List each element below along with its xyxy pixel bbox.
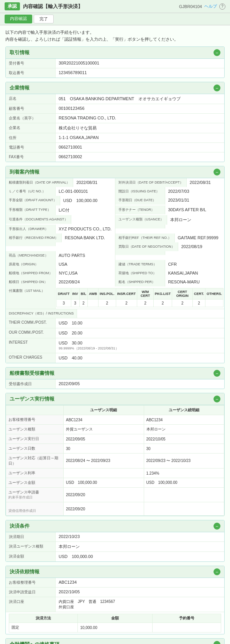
- arrival-left: [6, 242, 115, 246]
- arrival-value-right: CFR: [165, 260, 225, 269]
- arrival-discrepancy-value: [77, 309, 224, 318]
- section-transaction: 取引情報 － 受付番号 30R20221005100001 取込番号 12345…: [5, 46, 225, 78]
- arrival-right: 建値（TRADE TERMS） CFR: [115, 260, 225, 269]
- doc-cell: 2: [116, 300, 137, 307]
- arrival-label-left: 原産地（ORIGIN）: [6, 260, 56, 269]
- pd-date-value: 2022/10/05: [56, 588, 224, 597]
- section-transaction-toggle[interactable]: －: [214, 49, 220, 56]
- help-link[interactable]: ヘルプ: [204, 3, 217, 9]
- payment-detail-ref-row: お客様整理番号ABC1234: [6, 578, 224, 588]
- shipping-date-row: 受領書作成日 2022/09/05: [6, 379, 224, 389]
- company-field-label: FAX番号: [6, 152, 56, 162]
- arrival-label-left: 手形金額（DRAFT AMOUNT）: [6, 196, 60, 205]
- arrival-label-right: ユーザンス種類（USANCE）: [115, 215, 168, 225]
- section-shipping: 船積書類受領書情報 － 受領書作成日 2022/09/05: [5, 367, 225, 389]
- arrival-doc-label: 付属書類（1ST MAIL）: [6, 286, 56, 309]
- section-settlement-title: 決済条件: [10, 523, 30, 530]
- arrival-row: Ｌ／Ｃ番号（L/C NO.） LC-001-000101 開設日（ISSUING…: [6, 187, 224, 196]
- section-bank-contact-title: 金融機関への連絡事項: [10, 641, 59, 644]
- arrival-value-right: 2023/01/31: [165, 196, 225, 205]
- usance-col-header-2: ユーザンス続明細: [144, 406, 224, 415]
- section-shipping-toggle[interactable]: －: [214, 370, 220, 377]
- arrival-right: 手形テナー（TENOR） 30DAYS AFTER B/L: [115, 205, 225, 214]
- arrival-left: 船積地（SHIPPED FROM） NYC,USA: [6, 269, 115, 278]
- usance-val1: ABC1234: [64, 415, 144, 425]
- arrival-value-right: 2022/08/31: [187, 178, 224, 187]
- arrival-right: 相手銀行REF（THEIR REF NO.） GAITAME REF.99999: [115, 233, 225, 242]
- doc-header: INSR.CERT: [116, 288, 137, 300]
- arrival-label-right: 相手銀行REF（THEIR REF NO.）: [115, 233, 175, 242]
- arrival-label-left: 船積地（SHIPPED FROM）: [6, 269, 56, 278]
- arrival-row: 荷品（MERCHANDISE） AUTO PARTS: [6, 251, 224, 260]
- section-bank-contact-toggle[interactable]: －: [214, 641, 220, 644]
- doc-header: OTHERS.: [205, 288, 223, 300]
- usance-row: ユーザンス種類 外貨ユーザンス 本邦ローン: [6, 425, 224, 434]
- payment-detail-date-row: 決済申請受益日2022/10/05: [6, 588, 224, 597]
- arrival-doc-row: 付属書類（1ST MAIL） DRAFTINVB/LAWBINS.POL.INS…: [6, 286, 224, 309]
- arrival-left: 手形種類（DRAFT TYPE） L/C付: [6, 205, 115, 215]
- arrival-left: 原産地（ORIGIN） USA: [6, 260, 115, 269]
- settlement-field-row: 決済金額USD 100,000.00: [6, 552, 224, 561]
- arrival-label-left: 相手銀行（RECEIVED FROM）: [6, 233, 62, 242]
- doc-header: W/M CERT: [137, 288, 154, 300]
- section-company-toggle[interactable]: －: [214, 84, 220, 91]
- arrival-value-left: XYZ PRODUCTS CO., LTD.: [56, 225, 115, 233]
- arrival-value-right: RESONA-MARU: [165, 278, 225, 286]
- charge-value: USD 30.0099.9999%（2022/08/19 - 2022/08/3…: [56, 338, 224, 353]
- arrival-row: 手形金額（DRAFT AMOUNT） USD 100,000.00 手形期日（D…: [6, 196, 224, 205]
- arrival-label-left: 手形振出人（DRAWER）: [6, 225, 56, 233]
- arrival-left: 船積日（SHIPPED ON） 2022/08/24: [6, 278, 115, 286]
- arrival-right: [115, 251, 225, 255]
- shipping-date-value: 2022/09/05: [56, 379, 224, 389]
- arrival-left: 荷品（MERCHANDISE） AUTO PARTS: [6, 251, 115, 260]
- section-arrival-toggle[interactable]: －: [214, 169, 220, 175]
- company-field-value: 051 OSAKA BANKING DEPARTMENT オオサカエイギョウブ: [56, 94, 224, 104]
- arrival-value-right: [165, 225, 225, 228]
- intro-text: 以下の内容で輸入手形決済の手続を行います。 内容を確認し、よろしければ「認証情報…: [5, 29, 225, 43]
- usance-row: ユーザンス金額 USD 100,000.00 USD 100,000.00: [6, 478, 224, 488]
- section-payment-detail-toggle[interactable]: －: [214, 568, 220, 575]
- arrival-value-right: GAITAME REF.99999: [175, 233, 224, 242]
- usance-row: ユーザンス日数 30 30: [6, 444, 224, 454]
- pd-account-label: 決済口座: [6, 597, 56, 612]
- arrival-charge-row: OUR COMM./POST. USD 20.00: [6, 328, 224, 338]
- section-company-header: 企業情報 －: [6, 82, 224, 94]
- tab-complete[interactable]: 完了: [34, 15, 54, 23]
- doc-cell: 3: [57, 300, 71, 307]
- section-usance-toggle[interactable]: －: [214, 396, 220, 402]
- section-payment-detail: 決済依頼情報 － お客様整理番号ABC1234決済申請受益日2022/10/05…: [5, 566, 225, 634]
- arrival-label-right: 開設日（ISSUING DATE）: [115, 187, 165, 196]
- section-transaction-header: 取引情報 －: [6, 47, 224, 59]
- section-arrival: 到着案内情報 － 船積書類到着日（DATE OF ARRIVAL） 2022/0…: [5, 166, 225, 363]
- payment-detail-account-row: 決済口座 内貨口座 JPY 普通 1234567 外貨口座: [6, 597, 224, 612]
- tab-content-confirm[interactable]: 内容確認: [5, 15, 32, 23]
- usance-row: ユーザンス申請書約束手形作成日 2022/09/20: [6, 488, 224, 502]
- section-settlement-toggle[interactable]: －: [214, 523, 220, 530]
- doc-cell: 2: [153, 300, 172, 307]
- arrival-right: ユーザンス種類（USANCE） 本邦ローン: [115, 215, 225, 225]
- arrival-left: 船積書類到着日（DATE OF ARRIVAL） 2022/08/31: [6, 178, 115, 187]
- arrival-label-left: 引渡条件（DOCUMENTS AGAINST）: [6, 215, 71, 224]
- section-bank-contact: 金融機関への連絡事項 － 連絡事項: [5, 638, 225, 644]
- doc-header: AWB: [88, 288, 99, 300]
- arrival-right: 船名（SHIPPED PER） RESONA-MARU: [115, 278, 225, 286]
- company-field-value: 株式会社りそな貿易: [56, 123, 224, 133]
- usance-val2: 本邦ローン: [144, 425, 224, 434]
- doc-cell: [88, 300, 99, 307]
- payment-amount: 10,000.00: [78, 623, 152, 632]
- arrival-value-left: 2022/08/24: [56, 278, 115, 286]
- section-usance: ユーザンス実行情報 － ユーザンス明細 ユーザンス続明細 お客様整理番号 ABC…: [5, 393, 225, 516]
- arrival-row: 原産地（ORIGIN） USA 建値（TRADE TERMS） CFR: [6, 260, 224, 269]
- arrival-value-left: USD 100,000.00: [60, 196, 115, 205]
- arrival-label-right: 建値（TRADE TERMS）: [115, 260, 165, 269]
- charge-value: USD 40.00: [56, 353, 224, 363]
- section-company-body: 店名051 OSAKA BANKING DEPARTMENT オオサカエイギョウ…: [6, 94, 224, 162]
- arrival-row: 船積書類到着日（DATE OF ARRIVAL） 2022/08/31 対外決済…: [6, 178, 224, 187]
- charge-label: OUR COMM./POST.: [6, 328, 56, 338]
- charge-label: THEIR COMM./POST.: [6, 318, 56, 328]
- tab-bar: 内容確認 完了: [0, 13, 230, 25]
- help-icon[interactable]: ?: [219, 3, 225, 10]
- charge-value: USD 10.00: [56, 318, 224, 328]
- doc-cell: 2: [137, 300, 154, 307]
- arrival-charge-row: OTHER CHARGES USD 40.00: [6, 353, 224, 363]
